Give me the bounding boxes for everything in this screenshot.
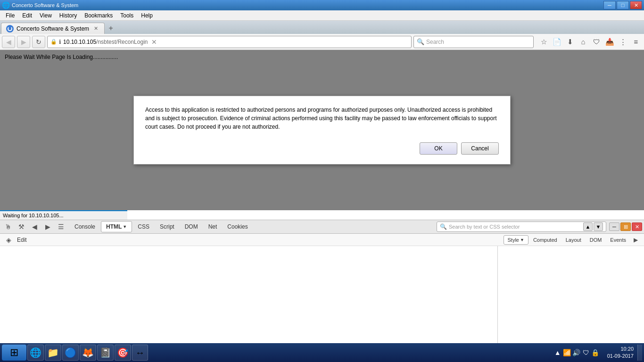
devtools-search-prev[interactable]: ▲ (583, 222, 593, 231)
refresh-button[interactable]: ↻ (32, 36, 45, 48)
browser-tab-active[interactable]: Concerto Software & System ✕ (1, 23, 105, 34)
overflow-icon[interactable]: ⋮ (617, 36, 629, 48)
taskbar-ie-icon[interactable]: 🌐 (27, 345, 44, 361)
devtools-tab-events[interactable]: Events (606, 235, 630, 245)
info-icon: ℹ (59, 39, 61, 45)
devtools-tab-dom[interactable]: DOM (180, 221, 203, 232)
devtools-style-icon[interactable]: ⚒ (15, 221, 27, 232)
devtools-search-next[interactable]: ▼ (594, 222, 603, 231)
title-bar-controls: ─ □ ✕ (603, 1, 642, 9)
folder-icon: 📁 (47, 347, 59, 358)
title-bar-left: 🌐 Concerto Software & System (2, 1, 78, 9)
shield-icon[interactable]: 🛡 (590, 36, 603, 48)
tab-favicon (6, 25, 14, 33)
devtools-search-input[interactable]: Search by text or CSS selector (449, 224, 581, 230)
devtools-inspect-icon[interactable]: 🖱 (2, 221, 14, 232)
back-button[interactable]: ◀ (2, 36, 15, 48)
browser-favicon: 🌐 (2, 1, 10, 9)
url-host: 10.10.10.105 (63, 39, 96, 45)
tray-clock[interactable]: 10:20 01-09-2017 (604, 346, 636, 360)
show-desktop-button[interactable] (637, 345, 642, 361)
devtools-edit-bar: ◈ Edit Style ▼ Computed Layout DOM Event… (0, 234, 644, 246)
menu-edit[interactable]: Edit (18, 11, 36, 20)
taskbar-app2-icon[interactable]: ↔ (132, 345, 148, 361)
taskbar-firefox-icon[interactable]: 🦊 (80, 345, 96, 361)
modal-cancel-button[interactable]: Cancel (461, 142, 499, 155)
devtools-main-area (0, 246, 644, 350)
menu-history[interactable]: History (56, 11, 81, 20)
devtools-edit-label[interactable]: Edit (17, 237, 27, 243)
taskbar-app1-icon[interactable]: 🎯 (115, 345, 131, 361)
taskbar-tray: ▲ 📶 🔊 🛡 🔒 (550, 345, 603, 361)
taskbar-explorer-icon[interactable]: 📁 (45, 345, 61, 361)
devtools-detach-btn[interactable]: ⊞ (620, 222, 631, 231)
devtools-tab-net[interactable]: Net (204, 221, 222, 232)
devtools-expand-icon[interactable]: ☰ (55, 221, 67, 232)
html-dropdown-arrow: ▼ (123, 224, 127, 229)
modal-message: Access to this application is restricted… (145, 106, 499, 131)
devtools-tab-console[interactable]: Console (70, 221, 100, 232)
url-bar[interactable]: 🔒 ℹ 10.10.10.105/nsbtest/ReconLogin ✕ (47, 36, 412, 48)
devtools-tab-html[interactable]: HTML ▼ (101, 221, 132, 232)
search-placeholder: Search (426, 39, 444, 45)
url-clear-icon[interactable]: ✕ (149, 37, 159, 47)
devtools-node-icon[interactable]: ◈ (4, 235, 13, 245)
tray-network-icon[interactable]: 📶 (563, 348, 571, 357)
devtools-search-arrows: ▲ ▼ (583, 222, 603, 231)
home-icon[interactable]: ⌂ (577, 36, 589, 48)
devtools-tab-layout[interactable]: Layout (562, 235, 585, 245)
devtools-minimize-btn[interactable]: ─ (609, 222, 619, 231)
taskbar-chrome-icon[interactable]: 🔵 (62, 345, 79, 361)
devtools-tab-computed[interactable]: Computed (529, 235, 561, 245)
forward-button[interactable]: ▶ (17, 36, 30, 48)
taskbar-onenote-icon[interactable]: 📓 (97, 345, 114, 361)
download-icon[interactable]: ⬇ (564, 36, 576, 48)
devtools-search-icon: 🔍 (440, 223, 447, 230)
devtools-tab-style[interactable]: Style ▼ (504, 235, 528, 245)
devtools-forward-icon[interactable]: ▶ (41, 221, 54, 232)
devtools-tab-script[interactable]: Script (155, 221, 179, 232)
chrome-icon: 🔵 (65, 347, 76, 358)
devtools-close-buttons: ─ ⊞ ✕ (609, 222, 642, 231)
tray-chevron-icon[interactable]: ▲ (553, 348, 562, 357)
search-bar[interactable]: 🔍 Search (413, 36, 534, 48)
menu-tools[interactable]: Tools (116, 11, 137, 20)
app2-icon: ↔ (135, 347, 145, 358)
tray-sound-icon[interactable]: 🔊 (572, 348, 581, 357)
tray-security-icon[interactable]: 🛡 (582, 348, 590, 357)
tab-close-icon[interactable]: ✕ (92, 25, 99, 33)
start-button[interactable]: ⊞ (2, 345, 26, 361)
bookmark-star-icon[interactable]: ☆ (537, 36, 550, 48)
close-button[interactable]: ✕ (630, 1, 642, 9)
url-path: /nsbtest/ReconLogin (96, 39, 148, 45)
browser-title: Concerto Software & System (12, 2, 78, 8)
maximize-button[interactable]: □ (617, 1, 629, 9)
devtools-tab-css[interactable]: CSS (133, 221, 154, 232)
devtools-right-panel (498, 246, 644, 350)
menu-icon[interactable]: ≡ (630, 36, 642, 48)
menu-file[interactable]: File (2, 11, 18, 20)
new-tab-button[interactable]: + (105, 23, 117, 34)
address-bar: ◀ ▶ ↻ 🔒 ℹ 10.10.10.105/nsbtest/ReconLogi… (0, 34, 644, 50)
devtools-toolbar: 🖱 ⚒ ◀ ▶ ☰ Console HTML ▼ CSS Script DOM … (0, 220, 644, 234)
devtools-search-bar[interactable]: 🔍 Search by text or CSS selector ▲ ▼ (437, 222, 606, 232)
devtools-back-icon[interactable]: ◀ (28, 221, 41, 232)
pocket-icon[interactable]: 📥 (603, 36, 616, 48)
reader-view-icon[interactable]: 📄 (551, 36, 563, 48)
devtools-tab-dom-right[interactable]: DOM (586, 235, 606, 245)
onenote-icon: 📓 (99, 347, 111, 358)
devtools-tab-cookies[interactable]: Cookies (223, 221, 252, 232)
modal-ok-button[interactable]: OK (420, 142, 457, 155)
devtools-close-btn[interactable]: ✕ (632, 222, 642, 231)
tray-vpn-icon[interactable]: 🔒 (591, 348, 600, 357)
minimize-button[interactable]: ─ (603, 1, 616, 9)
menu-bookmarks[interactable]: Bookmarks (81, 11, 116, 20)
ie-icon: 🌐 (30, 347, 41, 358)
devtools-expand-right[interactable]: ▶ (631, 235, 640, 245)
tray-time-display: 10:20 (607, 346, 634, 353)
taskbar: ⊞ 🌐 📁 🔵 🦊 📓 🎯 ↔ ▲ 📶 🔊 🛡 🔒 10:20 01-09-20… (0, 343, 644, 362)
tab-title: Concerto Software & System (17, 25, 89, 32)
menu-help[interactable]: Help (137, 11, 157, 20)
menu-view[interactable]: View (36, 11, 56, 20)
modal-dialog: Access to this application is restricted… (133, 96, 511, 165)
